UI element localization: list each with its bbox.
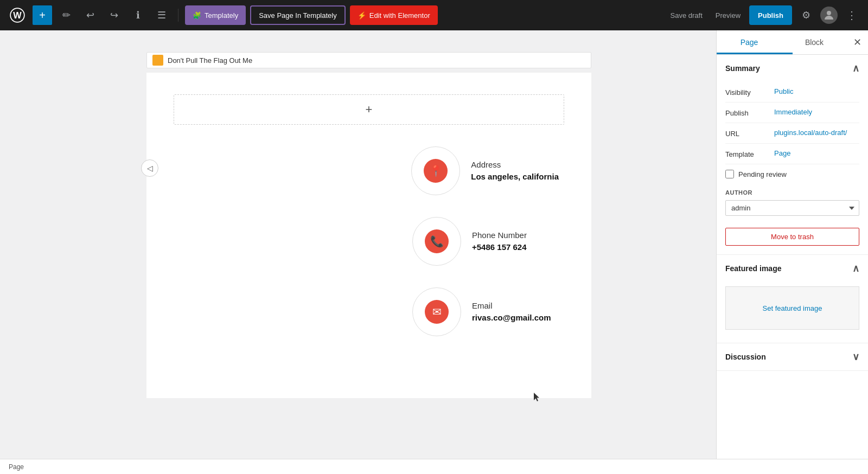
page-icon xyxy=(152,55,163,66)
address-circle: 📍 xyxy=(411,146,460,195)
summary-title: Summary xyxy=(725,64,760,73)
phone-info: Phone Number +5486 157 624 xyxy=(472,230,559,253)
save-templately-button[interactable]: Save Page In Templately xyxy=(250,5,346,25)
publish-button[interactable]: Publish xyxy=(749,5,792,25)
url-label: URL xyxy=(725,129,774,138)
templately-icon: 🧩 xyxy=(193,11,201,20)
tab-block[interactable]: Block xyxy=(782,30,847,54)
visibility-label: Visibility xyxy=(725,87,774,97)
move-to-trash-button[interactable]: Move to trash xyxy=(725,228,859,246)
pending-review-label: Pending review xyxy=(738,170,787,178)
svg-point-2 xyxy=(827,11,831,15)
email-circle: ✉ xyxy=(412,287,461,336)
address-value: Los angeles, california xyxy=(471,171,559,182)
discussion-section: Discussion ∨ xyxy=(717,343,868,371)
sidebar: Page Block ✕ Summary ∧ Visibility Public… xyxy=(716,30,868,474)
url-value[interactable]: plugins.local/auto-draft/ xyxy=(774,129,847,137)
summary-chevron-icon: ∧ xyxy=(852,62,859,74)
status-label: Page xyxy=(9,463,24,471)
toolbar-separator xyxy=(178,9,178,22)
email-icon: ✉ xyxy=(425,300,449,324)
tab-page[interactable]: Page xyxy=(717,30,782,54)
publish-value[interactable]: Immediately xyxy=(774,108,812,116)
author-section: AUTHOR admin xyxy=(725,184,859,221)
email-value: rivas.co@gmail.com xyxy=(472,312,559,323)
phone-value: +5486 157 624 xyxy=(472,242,559,253)
featured-image-body: Set featured image xyxy=(717,286,868,343)
sidebar-close-button[interactable]: ✕ xyxy=(847,30,868,54)
visibility-row: Visibility Public xyxy=(725,82,859,103)
toolbar-right: Save draft Preview Publish ⚙ ⋮ xyxy=(666,5,861,25)
redo-button[interactable]: ↪ xyxy=(104,5,124,25)
preview-button[interactable]: Preview xyxy=(711,5,745,25)
templately-button[interactable]: 🧩 Templately xyxy=(185,5,246,25)
pending-review-row: Pending review xyxy=(725,164,859,184)
svg-text:W: W xyxy=(13,10,22,20)
contact-section: ◁ 📍 Address Los angeles, california 📞 xyxy=(146,136,591,369)
featured-image-header[interactable]: Featured image ∧ xyxy=(717,255,868,282)
page-title: Don't Pull The Flag Out Me xyxy=(168,56,252,65)
summary-section-body: Visibility Public Publish Immediately UR… xyxy=(717,82,868,254)
move-left-button[interactable]: ◁ xyxy=(141,159,158,177)
left-arrow-icon: ◁ xyxy=(147,164,153,172)
template-row: Template Page xyxy=(725,144,859,164)
url-row: URL plugins.local/auto-draft/ xyxy=(725,123,859,144)
status-bar: Page xyxy=(0,459,868,474)
elementor-button[interactable]: ⚡ Edit with Elementor xyxy=(350,5,438,25)
add-block-plus-icon: + xyxy=(366,103,373,117)
set-featured-image-link[interactable]: Set featured image xyxy=(763,304,822,312)
add-block-placeholder[interactable]: + xyxy=(174,94,564,125)
templately-label: Templately xyxy=(205,11,238,20)
phone-label: Phone Number xyxy=(472,230,559,240)
email-card: ✉ Email rivas.co@gmail.com xyxy=(179,287,559,336)
elementor-label: Edit with Elementor xyxy=(369,11,430,20)
summary-section: Summary ∧ Visibility Public Publish Imme… xyxy=(717,55,868,255)
featured-image-placeholder[interactable]: Set featured image xyxy=(725,286,859,330)
settings-button[interactable]: ⚙ xyxy=(796,5,816,25)
edit-icon-button[interactable]: ✏ xyxy=(56,5,76,25)
summary-section-header[interactable]: Summary ∧ xyxy=(717,55,868,82)
user-avatar-button[interactable] xyxy=(820,7,838,24)
sidebar-tabs: Page Block ✕ xyxy=(717,30,868,55)
discussion-chevron-icon: ∨ xyxy=(852,351,859,363)
publish-label: Publish xyxy=(725,108,774,117)
template-label: Template xyxy=(725,149,774,158)
phone-icon: 📞 xyxy=(425,229,449,253)
page-title-bar: Don't Pull The Flag Out Me xyxy=(146,52,591,68)
phone-circle: 📞 xyxy=(412,217,461,266)
phone-card: 📞 Phone Number +5486 157 624 xyxy=(212,217,559,266)
undo-button[interactable]: ↩ xyxy=(80,5,100,25)
address-label: Address xyxy=(471,160,559,169)
author-select[interactable]: admin xyxy=(725,200,859,216)
toolbar: W + ✏ ↩ ↪ ℹ ☰ 🧩 Templately Save Page In … xyxy=(0,0,868,30)
more-options-button[interactable]: ⋮ xyxy=(842,5,861,25)
save-draft-button[interactable]: Save draft xyxy=(666,5,707,25)
email-label: Email xyxy=(472,301,559,310)
author-label: AUTHOR xyxy=(725,189,859,196)
template-value[interactable]: Page xyxy=(774,149,790,157)
publish-row: Publish Immediately xyxy=(725,103,859,123)
wp-logo: W xyxy=(7,4,28,26)
content-canvas: + ◁ 📍 Address Los angeles, california xyxy=(146,73,591,398)
discussion-title: Discussion xyxy=(725,353,766,361)
editor-area: Don't Pull The Flag Out Me + ◁ 📍 xyxy=(0,30,716,474)
featured-image-section: Featured image ∧ Set featured image xyxy=(717,255,868,343)
add-block-button[interactable]: + xyxy=(33,5,52,25)
featured-image-chevron-icon: ∧ xyxy=(852,262,859,274)
email-info: Email rivas.co@gmail.com xyxy=(472,301,559,323)
discussion-header[interactable]: Discussion ∨ xyxy=(717,343,868,370)
visibility-value[interactable]: Public xyxy=(774,87,793,95)
elementor-icon: ⚡ xyxy=(358,11,366,20)
address-info: Address Los angeles, california xyxy=(471,160,559,182)
info-button[interactable]: ℹ xyxy=(128,5,148,25)
address-card: 📍 Address Los angeles, california xyxy=(179,146,559,195)
featured-image-title: Featured image xyxy=(725,264,781,273)
pending-review-checkbox[interactable] xyxy=(725,170,734,178)
main-layout: Don't Pull The Flag Out Me + ◁ 📍 xyxy=(0,30,868,474)
address-icon: 📍 xyxy=(424,159,448,183)
list-view-button[interactable]: ☰ xyxy=(152,5,171,25)
